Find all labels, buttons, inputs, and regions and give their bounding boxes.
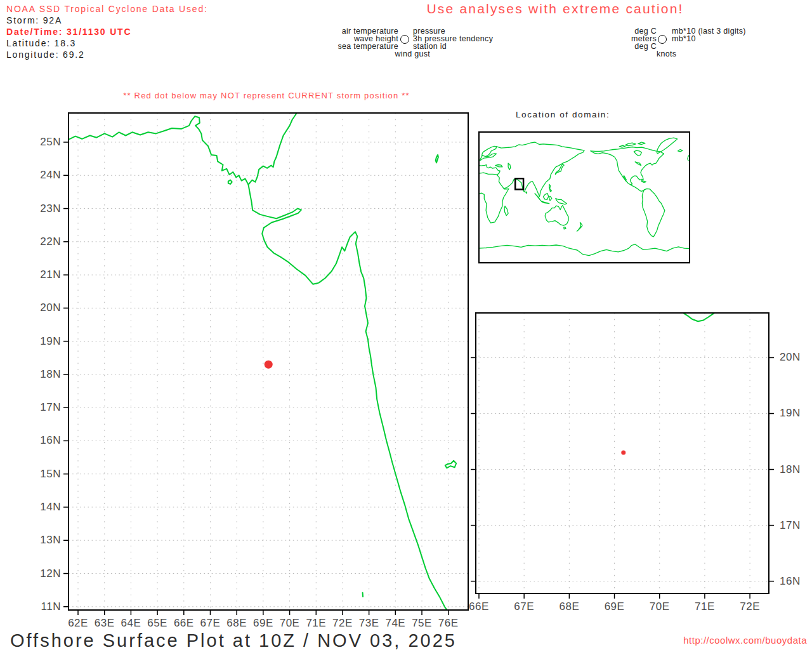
y-tick-label: 15N — [23, 468, 61, 481]
x-tick-label: 68E — [550, 600, 588, 613]
y-tick-label: 18N — [780, 463, 812, 476]
y-tick-label: 24N — [23, 169, 61, 182]
y-tick-label: 17N — [23, 401, 61, 414]
y-tick-label: 19N — [23, 335, 61, 348]
y-tick-label: 21N — [23, 269, 61, 281]
x-tick-label: 76E — [429, 617, 468, 630]
x-tick-label: 72E — [731, 600, 769, 613]
y-tick-label: 14N — [23, 501, 61, 514]
y-tick-label: 12N — [23, 567, 61, 580]
y-tick-label: 13N — [23, 534, 61, 547]
y-tick-label: 16N — [780, 575, 812, 588]
map-plot-canvas — [0, 0, 812, 650]
y-tick-label: 19N — [780, 407, 812, 420]
plot-title: Offshore Surface Plot at 10Z / NOV 03, 2… — [10, 630, 457, 650]
y-tick-label: 20N — [23, 302, 61, 314]
y-tick-label: 17N — [780, 519, 812, 532]
source-url-link[interactable]: http://coolwx.com/buoydata — [617, 635, 807, 646]
x-tick-label: 71E — [686, 600, 724, 613]
y-tick-label: 23N — [23, 202, 61, 215]
x-tick-label: 67E — [505, 600, 543, 613]
x-tick-label: 69E — [596, 600, 634, 613]
y-tick-label: 11N — [23, 600, 61, 613]
y-tick-label: 18N — [23, 368, 61, 381]
y-tick-label: 22N — [23, 235, 61, 248]
y-tick-label: 20N — [780, 351, 812, 364]
x-tick-label: 66E — [460, 600, 498, 613]
x-tick-label: 70E — [641, 600, 679, 613]
y-tick-label: 25N — [23, 136, 61, 149]
y-tick-label: 16N — [23, 434, 61, 447]
